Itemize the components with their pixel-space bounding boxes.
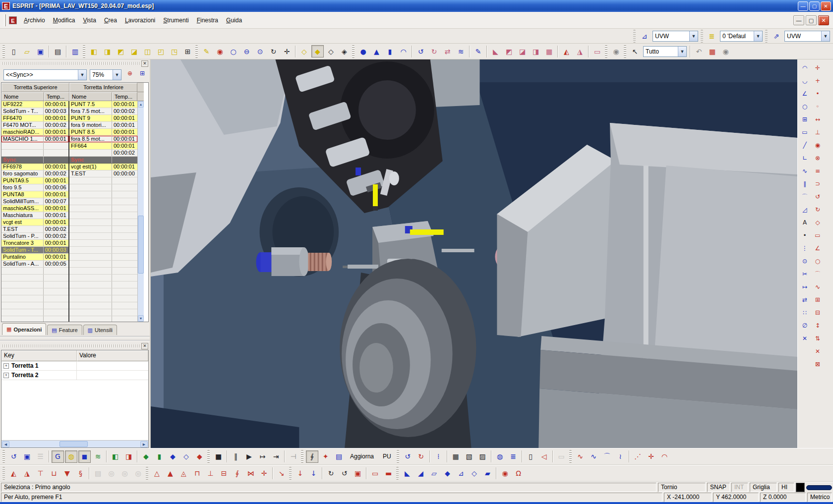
lathe-tap-icon[interactable]: ∮ <box>231 467 243 480</box>
array-tool-icon[interactable]: ∷ <box>799 307 811 319</box>
work-plane-icon[interactable]: ⊿ <box>638 30 651 42</box>
sim-mode-solid-icon[interactable]: ◼ <box>78 450 91 463</box>
expand-icon[interactable]: + <box>3 373 9 378</box>
mill-drill-blue-icon[interactable]: ↓ <box>307 467 320 480</box>
dropdown-arrow-icon[interactable] <box>821 31 830 41</box>
sync-remove-icon[interactable]: ⊞ <box>137 69 148 80</box>
value-column-header[interactable]: Valore <box>77 350 148 361</box>
name-column-header[interactable]: Nome <box>1 92 44 101</box>
sim-restart-icon[interactable]: ↺ <box>7 450 20 463</box>
mirror-tool-icon[interactable]: ⇄ <box>799 294 811 306</box>
operation-row[interactable]: SolidTurn - T...00:00:03 <box>1 108 68 115</box>
arc-point-icon[interactable]: ◠ <box>658 450 671 463</box>
turn-thread-icon[interactable]: § <box>74 467 87 480</box>
record-macro-icon[interactable]: ◉ <box>610 45 622 57</box>
turret-lower-header[interactable]: Torretta Inferiore <box>69 83 137 92</box>
curve-red-icon[interactable]: ∿ <box>574 450 587 463</box>
layers-icon[interactable]: ≣ <box>706 30 718 42</box>
list-zoom-select[interactable]: 75% <box>90 69 121 80</box>
cam-loft-icon[interactable]: ◩ <box>503 45 515 57</box>
snap-lock-icon[interactable]: ⊠ <box>812 358 824 370</box>
time-column-header[interactable]: Temp... <box>112 92 137 101</box>
layer-stack-icon[interactable]: ≣ <box>507 450 520 463</box>
stock-box-side-icon[interactable]: ▧ <box>463 450 476 463</box>
snap-curve-icon[interactable]: ∿ <box>812 281 824 293</box>
torus-icon[interactable]: ◠ <box>397 45 410 57</box>
panel-close-icon[interactable] <box>141 60 148 67</box>
operation-row[interactable]: FF697800:00:01 <box>1 164 68 170</box>
view-cube-front-icon[interactable]: ◩ <box>115 45 127 57</box>
sync-add-icon[interactable]: ⊕ <box>124 69 135 80</box>
operation-row[interactable]: PUNTA800:00:01 <box>1 191 68 198</box>
spline-tool-icon[interactable]: ∿ <box>799 165 811 177</box>
loop-reverse-icon[interactable]: ↻ <box>415 450 427 463</box>
rotate-ccw-tool-icon[interactable]: ↺ <box>812 191 824 203</box>
snap-align-icon[interactable]: ⇅ <box>812 333 824 344</box>
sync-select[interactable]: <<Sync>> <box>3 69 87 80</box>
snap-angle-icon[interactable]: ∠ <box>812 242 824 254</box>
dropdown-arrow-icon[interactable] <box>113 70 121 80</box>
aggiorna-button[interactable]: Aggiorna <box>346 450 378 462</box>
node-point-icon[interactable]: ✛ <box>645 450 657 463</box>
lathe-rough-icon[interactable]: △ <box>151 467 163 480</box>
view-cube-side-icon[interactable]: ◪ <box>128 45 140 57</box>
curve-arc-icon[interactable]: ⌒ <box>601 450 613 463</box>
cam-mesh-icon[interactable]: ▦ <box>543 45 555 57</box>
operation-row[interactable]: MASCHIO 1...00:00:01 <box>1 136 68 143</box>
delete-tool-icon[interactable]: ✕ <box>799 333 811 344</box>
operation-row[interactable]: SolidTurn - A...00:00:05 <box>1 261 68 268</box>
analyze-draft-icon[interactable]: ◭ <box>560 45 573 57</box>
panel-divider[interactable] <box>0 336 150 341</box>
sim-update-doc-icon[interactable]: ▤ <box>333 450 345 463</box>
probe-icon[interactable]: ◉ <box>499 467 511 480</box>
tab-feature[interactable]: ▤Feature <box>47 325 82 335</box>
snap-point-icon[interactable]: • <box>812 88 824 100</box>
dropdown-arrow-icon[interactable] <box>78 70 86 80</box>
rotate-view-icon[interactable]: ↻ <box>267 45 280 57</box>
lathe-bore-icon[interactable]: ⊟ <box>218 467 230 480</box>
sim-save-icon[interactable]: ▣ <box>21 450 33 463</box>
lathe-custom-icon[interactable]: ✛ <box>258 467 270 480</box>
feature-pocket-icon[interactable]: ◆ <box>441 467 454 480</box>
turn-face-icon[interactable]: ⊤ <box>34 467 47 480</box>
sim-tool-collide-icon[interactable]: ◆ <box>193 450 206 463</box>
snap-horizontal-icon[interactable]: ↔ <box>812 113 824 125</box>
selection-filter-select[interactable]: Tutto <box>643 46 687 57</box>
cam-fillet-icon[interactable]: ◣ <box>489 45 502 57</box>
save-icon[interactable]: ▣ <box>34 45 47 57</box>
curve-wave-icon[interactable]: ≀ <box>614 450 627 463</box>
zoom-icon[interactable]: ○ <box>227 45 239 57</box>
turn-groove-icon[interactable]: ⊔ <box>48 467 60 480</box>
operation-row[interactable]: Sync <box>69 157 137 164</box>
operation-row[interactable]: fora 8.5 mot...00:00:01 <box>69 136 137 143</box>
mill-pocket-icon[interactable]: ▣ <box>352 467 364 480</box>
panel-grip[interactable] <box>0 59 150 67</box>
measure-ohm-icon[interactable]: Ω <box>512 467 525 480</box>
close-button[interactable] <box>821 1 831 11</box>
lathe-contour-icon[interactable]: ◬ <box>178 467 190 480</box>
trim-tool-icon[interactable]: ✂ <box>799 268 811 280</box>
operation-row[interactable]: vcgt est(1)00:00:01 <box>69 164 137 170</box>
snap-tangent-icon[interactable]: ⊃ <box>812 178 824 190</box>
panel-grip[interactable] <box>0 342 150 350</box>
snap-arc-icon[interactable]: ⌒ <box>812 268 824 280</box>
dropdown-arrow-icon[interactable] <box>754 31 762 41</box>
snap-edge-icon[interactable]: ▭ <box>812 229 824 241</box>
cylinder-icon[interactable]: ▮ <box>384 45 396 57</box>
mill-spiral-ccw-icon[interactable]: ↺ <box>338 467 351 480</box>
shade-hidden-icon[interactable]: ◇ <box>325 45 337 57</box>
arc-3pt-tool-icon[interactable]: ◡ <box>799 75 811 87</box>
snap-free-icon[interactable]: ◦ <box>812 101 824 112</box>
cam-shell-icon[interactable]: ◪ <box>516 45 529 57</box>
text-tool-icon[interactable]: A <box>799 217 811 228</box>
concentric-tool-icon[interactable]: ⊙ <box>799 255 811 267</box>
sim-mode-tree-icon[interactable]: ≋ <box>92 450 104 463</box>
shade-solid-icon[interactable]: ◆ <box>311 45 324 57</box>
snap-vertical-icon[interactable]: ↕ <box>812 320 824 332</box>
zoom-out-icon[interactable]: ⊖ <box>240 45 253 57</box>
cam-face-icon[interactable]: ◨ <box>530 45 542 57</box>
lathe-finish-icon[interactable]: ▲ <box>164 467 177 480</box>
grid-toggle[interactable]: Griglia <box>750 483 777 492</box>
loop-forward-icon[interactable]: ↺ <box>402 450 414 463</box>
operation-row[interactable]: PUNT 7.500:00:01 <box>69 101 137 108</box>
